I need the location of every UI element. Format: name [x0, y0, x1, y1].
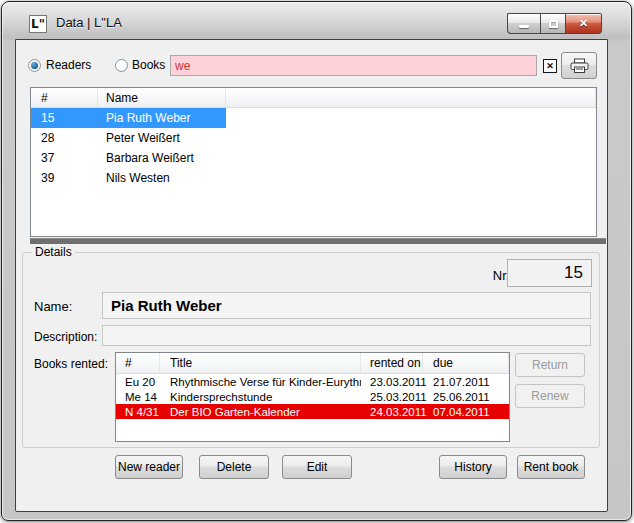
books-table-header[interactable]: # Title rented on due [116, 353, 509, 374]
history-button[interactable]: History [439, 455, 507, 479]
book-due: 07.04.2011 [423, 406, 509, 418]
books-table: # Title rented on due Eu 20 Rhythmische … [115, 352, 510, 442]
table-row[interactable]: 15 Pia Ruth Weber [31, 108, 596, 128]
table-row[interactable]: 37 Barbara Weißert [31, 148, 596, 168]
titlebar[interactable]: L" Data | L"LA ✕ [2, 2, 631, 39]
table-row[interactable]: Me 14 Kindersprechstunde 25.03.2011 25.0… [116, 389, 509, 404]
radio-readers-dot [31, 62, 38, 69]
reader-name: Peter Weißert [98, 131, 226, 145]
delete-button[interactable]: Delete [199, 455, 269, 479]
radio-books[interactable] [115, 59, 128, 72]
books-col-title[interactable]: Title [160, 353, 361, 373]
book-title: Kindersprechstunde [160, 391, 361, 403]
radio-books-label[interactable]: Books [132, 58, 165, 72]
printer-icon [570, 58, 589, 74]
search-input[interactable] [170, 55, 537, 76]
new-reader-button[interactable]: New reader [115, 455, 183, 479]
readers-col-name[interactable]: Name [98, 88, 226, 107]
reader-name: Barbara Weißert [98, 151, 226, 165]
maximize-button[interactable] [540, 13, 566, 34]
readers-table-header[interactable]: # Name [31, 88, 596, 108]
reader-num: 37 [31, 151, 98, 165]
reader-num: 28 [31, 131, 98, 145]
table-row-overdue[interactable]: N 4/31 Der BIO Garten-Kalender 24.03.201… [116, 404, 509, 419]
close-button[interactable]: ✕ [566, 13, 602, 34]
book-rented-on: 24.03.2011 [361, 406, 423, 418]
books-col-num[interactable]: # [116, 353, 160, 373]
description-field [102, 325, 591, 346]
book-num: Eu 20 [116, 376, 160, 388]
readers-table: # Name 15 Pia Ruth Weber 28 Peter Weißer… [30, 87, 597, 237]
reader-name: Pia Ruth Weber [98, 111, 226, 125]
readers-col-num[interactable]: # [31, 88, 98, 107]
clear-search-icon: ✕ [546, 62, 554, 71]
edit-button[interactable]: Edit [282, 455, 352, 479]
book-due: 21.07.2011 [423, 376, 509, 388]
minimize-button[interactable] [507, 13, 540, 34]
radio-readers-label[interactable]: Readers [46, 58, 91, 72]
table-row[interactable]: Eu 20 Rhythmische Verse für Kinder-Euryt… [116, 374, 509, 389]
return-button[interactable]: Return [515, 353, 585, 377]
splitter-handle[interactable] [30, 238, 606, 244]
book-num: Me 14 [116, 391, 160, 403]
window-title: Data | L"LA [56, 15, 122, 30]
books-col-rented-on[interactable]: rented on [361, 353, 423, 373]
minimize-icon [519, 25, 529, 28]
book-rented-on: 23.03.2011 [361, 376, 423, 388]
reader-num: 39 [31, 171, 98, 185]
book-rented-on: 25.03.2011 [361, 391, 423, 403]
app-window: L" Data | L"LA ✕ Readers Books ✕ [1, 1, 632, 521]
name-label: Name: [34, 299, 72, 314]
renew-button[interactable]: Renew [515, 384, 585, 408]
description-label: Description: [34, 330, 97, 344]
reader-name: Nils Westen [98, 171, 226, 185]
table-row[interactable]: 28 Peter Weißert [31, 128, 596, 148]
book-title: Rhythmische Verse für Kinder-Eurythmie [160, 376, 361, 388]
books-rented-label: Books rented: [34, 357, 108, 371]
details-group-label: Details [32, 245, 75, 259]
table-row[interactable]: 39 Nils Westen [31, 168, 596, 188]
nr-label: Nr.: [463, 268, 513, 283]
book-num: N 4/31 [116, 406, 160, 418]
book-title: Der BIO Garten-Kalender [160, 406, 361, 418]
reader-num: 15 [31, 111, 98, 125]
maximize-icon [549, 20, 558, 28]
client-area: Readers Books ✕ # Name 15 Pia Ruth W [15, 39, 608, 512]
print-button[interactable] [561, 52, 597, 79]
app-icon-glyph: L" [31, 17, 45, 31]
close-icon: ✕ [579, 18, 588, 29]
name-field: Pia Ruth Weber [102, 292, 591, 319]
app-icon: L" [29, 15, 47, 33]
nr-field: 15 [507, 259, 592, 287]
books-col-due[interactable]: due [423, 353, 509, 373]
radio-readers[interactable] [28, 59, 41, 72]
rent-book-button[interactable]: Rent book [517, 455, 585, 479]
book-due: 25.06.2011 [423, 391, 509, 403]
caption-buttons: ✕ [507, 13, 602, 34]
clear-search-button[interactable]: ✕ [543, 59, 557, 73]
